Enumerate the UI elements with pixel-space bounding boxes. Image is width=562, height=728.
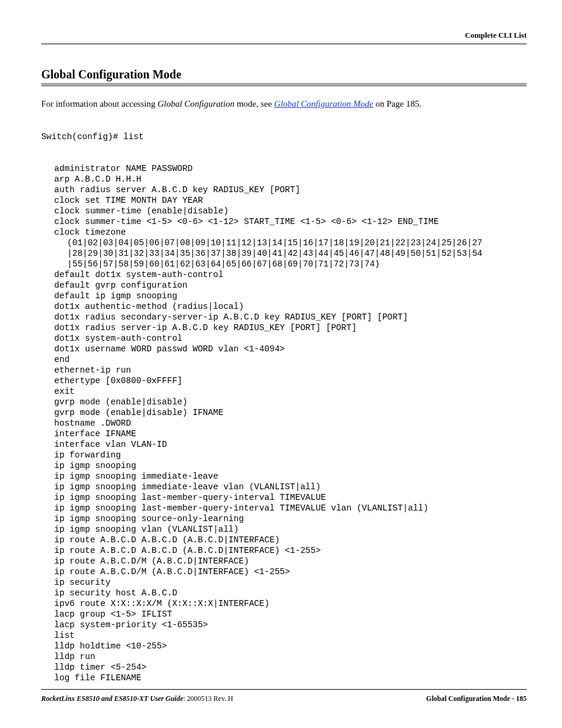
cli-line: exit: [41, 386, 527, 397]
cli-line: ip route A.B.C.D/M (A.B.C.D|INTERFACE) <…: [41, 566, 527, 577]
cli-line: clock timezone: [41, 227, 527, 238]
cli-line: clock set TIME MONTH DAY YEAR: [41, 195, 527, 206]
cli-line: auth radius server A.B.C.D key RADIUS_KE…: [41, 185, 527, 195]
cli-prompt: Switch(config)# list: [41, 131, 527, 142]
cli-line: ip igmp snooping immediate-leave vlan (V…: [41, 482, 527, 492]
cli-line: arp A.B.C.D H.H.H: [41, 174, 527, 185]
cli-line: dot1x username WORD passwd WORD vlan <1-…: [41, 344, 527, 354]
cli-line: log file FILENAME: [41, 673, 527, 683]
cli-line: |55|56|57|58|59|60|61|62|63|64|65|66|67|…: [41, 259, 527, 269]
cli-line: ip igmp snooping last-member-query-inter…: [41, 492, 527, 503]
cli-line: dot1x radius secondary-server-ip A.B.C.D…: [41, 312, 527, 322]
cli-line: ip route A.B.C.D/M (A.B.C.D|INTERFACE): [41, 556, 527, 566]
cli-line: interface IFNAME: [41, 429, 527, 439]
cli-block: Switch(config)# list administrator NAME …: [41, 110, 527, 704]
cli-line: clock summer-time (enable|disable): [41, 206, 527, 216]
footer-left-rest: : 2000513 Rev. H: [183, 694, 233, 703]
cli-line: administrator NAME PASSWORD: [41, 163, 527, 174]
footer: RocketLinx ES8510 and ES8510-XT User Gui…: [41, 689, 527, 703]
footer-left-bold: RocketLinx ES8510 and ES8510-XT User Gui…: [41, 694, 183, 703]
cli-line: ethertype [0x0800-0xFFFF]: [41, 375, 527, 386]
cli-line: |28|29|30|31|32|33|34|35|36|37|38|39|40|…: [41, 248, 527, 259]
cli-line: ip security: [41, 577, 527, 588]
cli-line: dot1x radius server-ip A.B.C.D key RADIU…: [41, 322, 527, 333]
cli-line: ip igmp snooping last-member-query-inter…: [41, 503, 527, 513]
cli-line: list: [41, 630, 527, 641]
cli-line: lldp timer <5-254>: [41, 662, 527, 673]
footer-left: RocketLinx ES8510 and ES8510-XT User Gui…: [41, 694, 233, 703]
intro-link[interactable]: Global Configuration Mode: [274, 99, 373, 108]
header-right: Complete CLI List: [41, 31, 527, 44]
cli-line: default gvrp configuration: [41, 280, 527, 291]
cli-line: hostname .DWORD: [41, 418, 527, 429]
cli-line: lldp holdtime <10-255>: [41, 641, 527, 651]
intro-emph: Global Configuration: [157, 99, 234, 108]
cli-line: dot1x authentic-method (radius|local): [41, 301, 527, 312]
cli-line: lldp run: [41, 651, 527, 662]
cli-line: default dot1x system-auth-control: [41, 269, 527, 280]
section-title: Global Configuration Mode: [41, 68, 527, 81]
cli-line: end: [41, 354, 527, 365]
intro-prefix: For information about accessing: [41, 99, 157, 108]
cli-line: interface vlan VLAN-ID: [41, 439, 527, 450]
cli-line: default ip igmp snooping: [41, 291, 527, 301]
cli-line: ip forwarding: [41, 450, 527, 460]
cli-line: lacp group <1-5> IFLIST: [41, 609, 527, 620]
cli-line: ethernet-ip run: [41, 365, 527, 375]
section-rule: [41, 84, 527, 86]
intro-paragraph: For information about accessing Global C…: [41, 99, 527, 109]
cli-line: ip route A.B.C.D A.B.C.D (A.B.C.D|INTERF…: [41, 545, 527, 556]
intro-suffix: on Page 185.: [373, 99, 422, 108]
cli-line: ip igmp snooping immediate-leave: [41, 471, 527, 482]
cli-line: ip igmp snooping: [41, 460, 527, 471]
cli-line: lacp system-priority <1-65535>: [41, 620, 527, 630]
cli-line: gvrp mode (enable|disable) IFNAME: [41, 407, 527, 418]
cli-line: (01|02|03|04|05|06|07|08|09|10|11|12|13|…: [41, 238, 527, 248]
cli-line: ip igmp snooping vlan (VLANLIST|all): [41, 524, 527, 535]
cli-line: ip route A.B.C.D A.B.C.D (A.B.C.D|INTERF…: [41, 535, 527, 545]
footer-right: Global Configuration Mode - 185: [426, 694, 527, 703]
page: Complete CLI List Global Configuration M…: [0, 0, 562, 728]
cli-line: ipv6 route X:X::X:X/M (X:X::X:X|INTERFAC…: [41, 598, 527, 609]
intro-mid: mode, see: [234, 99, 274, 108]
cli-line: clock summer-time <1-5> <0-6> <1-12> STA…: [41, 216, 527, 227]
cli-line: ip igmp snooping source-only-learning: [41, 513, 527, 524]
cli-line: ip security host A.B.C.D: [41, 588, 527, 598]
cli-line: dot1x system-auth-control: [41, 333, 527, 344]
cli-line: gvrp mode (enable|disable): [41, 397, 527, 407]
